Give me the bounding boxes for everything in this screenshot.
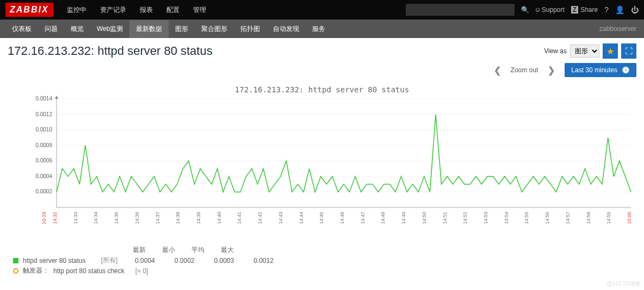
svg-text:14:34: 14:34 (93, 212, 98, 224)
trigger-text: http port 80 status check (53, 267, 125, 275)
help-icon[interactable]: ? (604, 5, 609, 14)
zoom-out-button[interactable]: Zoom out (511, 66, 538, 74)
svg-text:14:45: 14:45 (319, 212, 324, 224)
subnav-item[interactable]: 问题 (38, 20, 64, 38)
svg-text:14:36: 14:36 (134, 212, 140, 224)
watermark: @51CTO博客 (607, 280, 641, 283)
svg-text:14:55: 14:55 (524, 212, 529, 224)
trigger-cond: [= 0] (135, 267, 148, 275)
svg-text:14:35: 14:35 (114, 212, 119, 224)
topnav: 监控中资产记录报表配置管理 (61, 1, 406, 19)
subnav-item[interactable]: 最新数据 (129, 20, 169, 38)
support-link[interactable]: ⎉ Support (536, 6, 565, 14)
svg-text:10-29: 10-29 (41, 212, 47, 224)
subnav-item[interactable]: 仪表板 (5, 20, 38, 38)
svg-text:14:33: 14:33 (73, 212, 78, 224)
top-right: 🔍 ⎉ Support Z Share ? 👤 ⏻ (406, 4, 639, 16)
view-as-select[interactable]: 图形 (570, 45, 599, 58)
legend-stat-values: 0.00040.00020.00030.0012 (135, 257, 274, 264)
svg-text:14:42: 14:42 (257, 212, 263, 224)
chart: 172.16.213.232: httpd server 80 status 0… (8, 83, 636, 278)
subnav-item[interactable]: 拓扑图 (234, 20, 267, 38)
svg-text:14:57: 14:57 (565, 212, 571, 224)
topnav-item[interactable]: 资产记录 (95, 1, 132, 19)
svg-text:14:32: 14:32 (52, 212, 58, 224)
svg-text:14:58: 14:58 (586, 212, 591, 224)
subbar: 仪表板问题概览Web监测最新数据图形聚合图形拓扑图自动发现服务 zabbixse… (0, 20, 644, 38)
topnav-item[interactable]: 配置 (161, 1, 185, 19)
chart-title: 172.16.213.232: httpd server 80 status (8, 85, 636, 94)
svg-text:14:48: 14:48 (380, 212, 386, 224)
search-icon[interactable]: 🔍 (521, 6, 529, 14)
svg-text:0.0004: 0.0004 (35, 173, 52, 179)
legend-filter: [所有] (101, 256, 117, 265)
svg-text:15:00: 15:00 (627, 212, 632, 224)
svg-text:14:59: 14:59 (606, 212, 611, 224)
svg-text:14:51: 14:51 (442, 212, 448, 224)
search-input[interactable] (406, 4, 515, 16)
trigger-label: 触发器： (23, 266, 49, 275)
favorite-button[interactable]: ★ (603, 43, 618, 59)
svg-text:14:37: 14:37 (155, 212, 160, 224)
legend-stat-labels: 最新最小平均最大 (133, 245, 636, 255)
svg-text:0.0008: 0.0008 (35, 142, 52, 148)
time-nav: ❮ Zoom out ❯ Last 30 minutes 🕔 (8, 63, 636, 77)
time-prev-icon[interactable]: ❮ (494, 65, 501, 75)
svg-text:14:47: 14:47 (360, 212, 366, 224)
topnav-item[interactable]: 监控中 (61, 1, 92, 19)
subnav: 仪表板问题概览Web监测最新数据图形聚合图形拓扑图自动发现服务 (5, 20, 599, 38)
share-link[interactable]: Z Share (571, 6, 598, 14)
subnav-item[interactable]: 服务 (306, 20, 332, 38)
svg-text:0.0006: 0.0006 (35, 157, 52, 163)
legend-series-name: httpd server 80 status (23, 257, 85, 264)
topnav-item[interactable]: 报表 (134, 1, 158, 19)
subnav-item[interactable]: 自动发现 (267, 20, 306, 38)
svg-text:14:39: 14:39 (196, 212, 201, 224)
svg-text:14:43: 14:43 (278, 212, 283, 224)
chart-svg: 0.00020.00040.00060.00080.00100.00120.00… (8, 83, 636, 245)
svg-text:0.0014: 0.0014 (35, 96, 52, 102)
user-icon[interactable]: 👤 (615, 5, 624, 14)
svg-text:14:50: 14:50 (422, 212, 427, 224)
clock-icon: 🕔 (622, 66, 630, 74)
legend-trigger: 触发器： http port 80 status check [= 0] (13, 266, 636, 275)
svg-text:14:41: 14:41 (237, 212, 242, 224)
svg-text:14:56: 14:56 (544, 212, 550, 224)
subnav-item[interactable]: 聚合图形 (195, 20, 234, 38)
svg-text:14:38: 14:38 (175, 212, 181, 224)
svg-text:14:53: 14:53 (483, 212, 488, 224)
content: 172.16.213.232: httpd server 80 status V… (0, 38, 644, 283)
svg-text:14:46: 14:46 (339, 212, 345, 224)
trigger-icon (13, 268, 18, 274)
topbar: ZABBIX 监控中资产记录报表配置管理 🔍 ⎉ Support Z Share… (0, 0, 644, 20)
svg-text:14:52: 14:52 (462, 212, 468, 224)
page-title: 172.16.213.232: httpd server 80 status (8, 44, 544, 58)
subnav-item[interactable]: Web监测 (90, 20, 129, 38)
svg-marker-16 (55, 96, 58, 99)
svg-text:14:40: 14:40 (216, 212, 222, 224)
time-next-icon[interactable]: ❯ (548, 65, 555, 75)
time-range-button[interactable]: Last 30 minutes 🕔 (565, 63, 636, 77)
subnav-item[interactable]: 图形 (169, 20, 195, 38)
svg-text:0.0010: 0.0010 (35, 127, 52, 133)
legend-series: httpd server 80 status [所有] 0.00040.0002… (13, 256, 636, 265)
view-as-control: View as 图形 ★ ⛶ (544, 43, 636, 59)
power-icon[interactable]: ⏻ (631, 5, 639, 14)
svg-text:0.0012: 0.0012 (35, 111, 52, 117)
view-as-label: View as (544, 47, 567, 55)
fullscreen-button[interactable]: ⛶ (621, 43, 636, 59)
hostname-label: zabbixserver (599, 25, 636, 33)
svg-text:14:54: 14:54 (504, 212, 509, 224)
logo[interactable]: ZABBIX (5, 3, 53, 17)
legend-color-swatch (13, 258, 18, 263)
svg-text:0.0002: 0.0002 (35, 188, 52, 194)
topnav-item[interactable]: 管理 (188, 1, 212, 19)
svg-text:14:49: 14:49 (401, 212, 406, 224)
svg-text:14:44: 14:44 (299, 212, 304, 224)
